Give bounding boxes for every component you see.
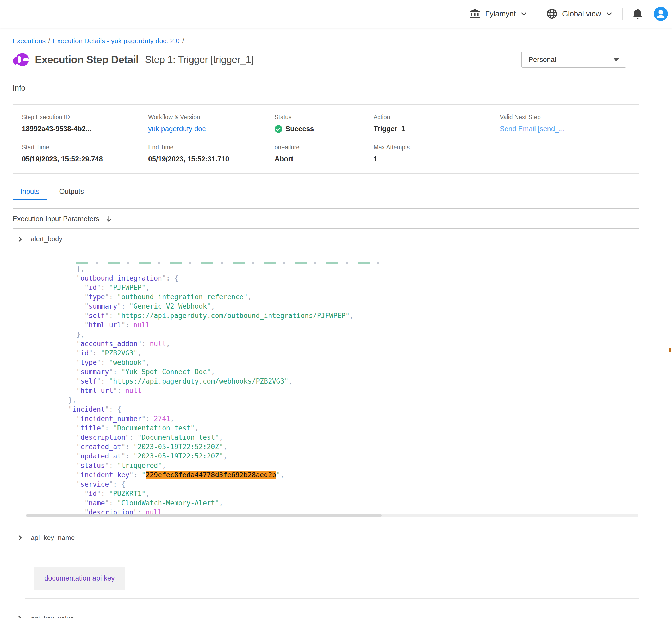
param-label: alert_body bbox=[31, 235, 62, 243]
code-line: "service": { bbox=[31, 480, 639, 489]
code-line: "accounts_addon": null, bbox=[31, 339, 639, 348]
execution-input-parameters-header: Execution Input Parameters bbox=[12, 209, 640, 228]
user-avatar[interactable] bbox=[654, 7, 668, 21]
info-field-label: Start Time bbox=[22, 144, 148, 151]
info-field: Workflow & Versionyuk pagerduty doc bbox=[148, 114, 274, 133]
info-field: Valid Next StepSend Email [send_... bbox=[500, 114, 636, 133]
param-label: api_key_value bbox=[31, 615, 74, 618]
code-line: "summary": "Generic V2 Webhook", bbox=[31, 302, 639, 311]
code-line: }, bbox=[31, 264, 639, 274]
tab-inputs[interactable]: Inputs bbox=[12, 185, 48, 200]
chevron-right-icon bbox=[16, 534, 24, 542]
top-bar: Fylamynt Global view bbox=[0, 0, 672, 28]
code-line: "title": "Documentation test", bbox=[31, 423, 639, 433]
code-line: "incident_number": 2741, bbox=[31, 414, 639, 423]
org-switcher[interactable]: Fylamynt bbox=[469, 8, 528, 20]
info-field-label: Workflow & Version bbox=[148, 114, 274, 121]
param-label: api_key_name bbox=[31, 534, 75, 542]
code-line: "incident_key": "229efec8feda44778d3fe69… bbox=[31, 470, 639, 480]
code-line: "id": "PUZKRT1", bbox=[31, 489, 639, 498]
api-key-name-chip[interactable]: documentation api key bbox=[34, 567, 124, 590]
code-line: "type": "outbound_integration_reference"… bbox=[31, 292, 639, 302]
code-line: "html_url": null bbox=[31, 320, 639, 330]
info-field-label: Step Execution ID bbox=[22, 114, 148, 121]
info-field: Start Time05/19/2023, 15:52:29.748 bbox=[22, 144, 148, 163]
breadcrumb-item[interactable]: Execution Details - yuk pagerduty doc: 2… bbox=[53, 37, 179, 45]
page-subtitle: Step 1: Trigger [trigger_1] bbox=[145, 54, 253, 65]
code-line: }, bbox=[31, 395, 639, 405]
info-field: End Time05/19/2023, 15:52:31.710 bbox=[148, 144, 274, 163]
scope-select-value: Personal bbox=[528, 56, 556, 64]
api-key-name-card: documentation api key bbox=[25, 558, 640, 599]
info-field: StatusSuccess bbox=[274, 114, 373, 133]
code-line: "type": "webhook", bbox=[31, 358, 639, 367]
param-row-api-key-value[interactable]: api_key_value bbox=[12, 608, 640, 618]
info-field: Step Execution ID18992a43-9538-4b2... bbox=[22, 114, 148, 133]
code-line: "created_at": "2023-05-19T22:52:20Z", bbox=[31, 442, 639, 451]
info-field-label: onFailure bbox=[274, 144, 373, 151]
org-label: Fylamynt bbox=[485, 10, 516, 18]
tabs: InputsOutputs bbox=[12, 185, 640, 200]
breadcrumb-separator: / bbox=[46, 37, 53, 45]
arrow-down-icon[interactable] bbox=[105, 215, 113, 223]
code-line: "description": "Documentation test", bbox=[31, 433, 639, 442]
horizontal-scrollbar-thumb[interactable] bbox=[26, 514, 382, 517]
link-value[interactable]: yuk pagerduty doc bbox=[148, 125, 274, 133]
main-content: Executions/Execution Details - yuk pager… bbox=[0, 37, 672, 618]
notifications-bell-icon[interactable] bbox=[632, 8, 644, 20]
text-value: Abort bbox=[274, 155, 373, 163]
execution-input-parameters-label: Execution Input Parameters bbox=[12, 215, 99, 223]
tab-outputs[interactable]: Outputs bbox=[52, 185, 92, 200]
param-row-alert-body[interactable]: alert_body bbox=[12, 229, 640, 250]
divider bbox=[12, 250, 640, 250]
link-value[interactable]: Send Email [send_... bbox=[500, 125, 636, 133]
chevron-right-icon bbox=[16, 615, 24, 618]
code-line: "updated_at": "2023-05-19T22:52:20Z", bbox=[31, 451, 639, 461]
info-grid: Step Execution ID18992a43-9538-4b2...Wor… bbox=[22, 114, 636, 163]
text-value: 05/19/2023, 15:52:29.748 bbox=[22, 155, 148, 163]
info-card: Step Execution ID18992a43-9538-4b2...Wor… bbox=[12, 104, 640, 174]
bank-icon bbox=[469, 8, 481, 20]
chevron-right-icon bbox=[16, 235, 24, 243]
code-line: "id": "PZB2VG3", bbox=[31, 348, 639, 358]
info-heading: Info bbox=[12, 84, 640, 92]
header-divider bbox=[536, 8, 537, 20]
scrollbar-highlight-marker bbox=[669, 348, 671, 352]
header-divider bbox=[622, 8, 622, 20]
title-row: Execution Step Detail Step 1: Trigger [t… bbox=[12, 50, 640, 69]
info-field-label: Action bbox=[373, 114, 500, 121]
info-field: onFailureAbort bbox=[274, 144, 373, 163]
status-value: Success bbox=[274, 125, 373, 133]
param-row-api-key-name[interactable]: api_key_name bbox=[12, 527, 640, 548]
clipped-code-line bbox=[31, 261, 639, 264]
text-value: 18992a43-9538-4b2... bbox=[22, 125, 148, 133]
info-field-label: End Time bbox=[148, 144, 274, 151]
chevron-down-icon bbox=[605, 10, 613, 18]
alert-body-json-viewer[interactable]: }, "outbound_integration": { "id": "PJFW… bbox=[25, 259, 640, 518]
info-field: ActionTrigger_1 bbox=[373, 114, 500, 133]
code-line: "self": "https://api.pagerduty.com/webho… bbox=[31, 377, 639, 386]
caret-down-icon bbox=[613, 58, 619, 62]
globe-icon bbox=[546, 8, 558, 20]
code-line: "name": "CloudWatch-Memory-Alert", bbox=[31, 498, 639, 508]
text-value: 05/19/2023, 15:52:31.710 bbox=[148, 155, 274, 163]
info-field-label: Status bbox=[274, 114, 373, 121]
breadcrumb-item[interactable]: Executions bbox=[12, 37, 46, 45]
code-line: "self": "https://api.pagerduty.com/outbo… bbox=[31, 311, 639, 320]
text-value: Trigger_1 bbox=[373, 125, 500, 133]
success-check-icon bbox=[274, 125, 282, 133]
json-code: }, "outbound_integration": { "id": "PJFW… bbox=[31, 261, 639, 518]
info-field-label: Valid Next Step bbox=[500, 114, 636, 121]
info-field-label: Max Attempts bbox=[373, 144, 500, 151]
horizontal-scrollbar[interactable] bbox=[26, 514, 639, 517]
view-label: Global view bbox=[562, 10, 601, 18]
page-title: Execution Step Detail bbox=[35, 54, 139, 66]
scope-select[interactable]: Personal bbox=[521, 51, 626, 68]
workflow-logo-icon bbox=[12, 51, 29, 68]
chevron-down-icon bbox=[520, 10, 528, 18]
view-switcher[interactable]: Global view bbox=[546, 8, 613, 20]
info-field bbox=[500, 144, 636, 163]
code-line: "incident": { bbox=[31, 405, 639, 414]
text-value: 1 bbox=[373, 155, 500, 163]
divider bbox=[12, 97, 640, 97]
